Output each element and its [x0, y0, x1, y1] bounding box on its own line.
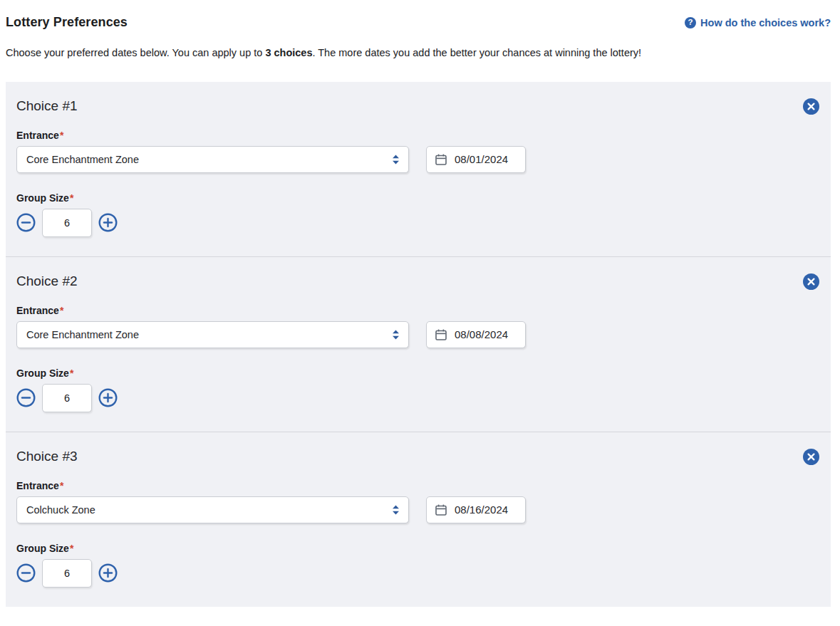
entrance-select[interactable]: Core Enchantment Zone	[16, 146, 409, 173]
entrance-label: Entrance*	[16, 305, 819, 316]
minus-circle-icon	[16, 388, 36, 407]
lottery-preferences-page: Lottery Preferences ? How do the choices…	[0, 0, 840, 607]
choice-1-card: Choice #1 Entrance* Core Enchantment Zon…	[6, 82, 831, 256]
decrease-group-size-button[interactable]	[16, 388, 36, 407]
group-size-input[interactable]	[42, 559, 92, 588]
choice-1-header: Choice #1	[16, 98, 819, 115]
group-size-stepper	[16, 209, 819, 237]
choice-2-card: Choice #2 Entrance* Core Enchantment Zon…	[6, 256, 831, 432]
entrance-row: Core Enchantment Zone 08/08/2024	[16, 321, 819, 348]
entrance-select-value: Core Enchantment Zone	[26, 329, 139, 340]
choice-title: Choice #3	[16, 449, 78, 464]
intro-text-bold: 3 choices	[265, 47, 312, 58]
up-down-arrows-icon	[392, 155, 400, 165]
increase-group-size-button[interactable]	[98, 213, 118, 232]
date-input[interactable]: 08/08/2024	[426, 321, 526, 348]
choice-title: Choice #1	[16, 98, 78, 114]
choice-title: Choice #2	[16, 273, 78, 289]
group-size-stepper	[16, 384, 819, 412]
group-size-label: Group Size*	[16, 367, 819, 379]
entrance-select[interactable]: Core Enchantment Zone	[16, 321, 409, 348]
required-asterisk: *	[70, 543, 73, 554]
plus-circle-icon	[98, 213, 118, 232]
plus-circle-icon	[98, 388, 118, 407]
help-link-label: How do the choices work?	[700, 17, 831, 28]
date-input[interactable]: 08/01/2024	[426, 146, 526, 173]
group-size-input[interactable]	[42, 384, 92, 412]
increase-group-size-button[interactable]	[98, 388, 118, 407]
page-title: Lottery Preferences	[6, 15, 128, 30]
minus-circle-icon	[16, 563, 36, 583]
decrease-group-size-button[interactable]	[16, 563, 36, 583]
entrance-select[interactable]: Colchuck Zone	[16, 496, 409, 523]
intro-text: Choose your preferred dates below. You c…	[6, 46, 831, 61]
group-size-input[interactable]	[42, 209, 92, 237]
group-size-stepper	[16, 559, 819, 588]
decrease-group-size-button[interactable]	[16, 213, 36, 232]
required-asterisk: *	[70, 192, 73, 204]
close-circle-icon	[803, 449, 819, 465]
date-input[interactable]: 08/16/2024	[426, 496, 526, 523]
calendar-icon	[435, 329, 447, 340]
calendar-icon	[435, 154, 447, 165]
remove-choice-1-button[interactable]	[803, 98, 819, 115]
choice-3-card: Choice #3 Entrance* Colchuck Zone	[6, 432, 831, 607]
entrance-label: Entrance*	[16, 130, 819, 141]
remove-choice-3-button[interactable]	[803, 449, 819, 465]
how-choices-work-link[interactable]: ? How do the choices work?	[685, 17, 831, 28]
date-value: 08/16/2024	[455, 504, 508, 516]
choices-container: Choice #1 Entrance* Core Enchantment Zon…	[6, 82, 831, 607]
page-header: Lottery Preferences ? How do the choices…	[6, 0, 831, 30]
increase-group-size-button[interactable]	[98, 563, 118, 583]
required-asterisk: *	[70, 367, 73, 379]
up-down-arrows-icon	[392, 505, 400, 515]
entrance-row: Core Enchantment Zone 08/01/2024	[16, 146, 819, 173]
required-asterisk: *	[60, 305, 63, 316]
entrance-label: Entrance*	[16, 480, 819, 491]
plus-circle-icon	[98, 563, 118, 583]
calendar-icon	[435, 504, 447, 516]
minus-circle-icon	[16, 213, 36, 232]
group-size-label: Group Size*	[16, 192, 819, 204]
intro-text-before: Choose your preferred dates below. You c…	[6, 47, 265, 58]
required-asterisk: *	[60, 130, 63, 141]
date-value: 08/08/2024	[455, 328, 508, 340]
close-circle-icon	[803, 273, 819, 290]
entrance-select-value: Colchuck Zone	[26, 504, 95, 516]
entrance-row: Colchuck Zone 08/16/2024	[16, 496, 819, 523]
required-asterisk: *	[60, 480, 63, 491]
up-down-arrows-icon	[392, 330, 400, 340]
intro-text-after: . The more dates you add the better your…	[312, 47, 641, 58]
date-value: 08/01/2024	[455, 153, 508, 165]
group-size-label: Group Size*	[16, 543, 819, 554]
choice-3-header: Choice #3	[16, 449, 819, 465]
entrance-select-value: Core Enchantment Zone	[26, 154, 139, 165]
question-circle-icon: ?	[685, 17, 696, 28]
close-circle-icon	[803, 98, 819, 115]
remove-choice-2-button[interactable]	[803, 273, 819, 290]
choice-2-header: Choice #2	[16, 273, 819, 290]
